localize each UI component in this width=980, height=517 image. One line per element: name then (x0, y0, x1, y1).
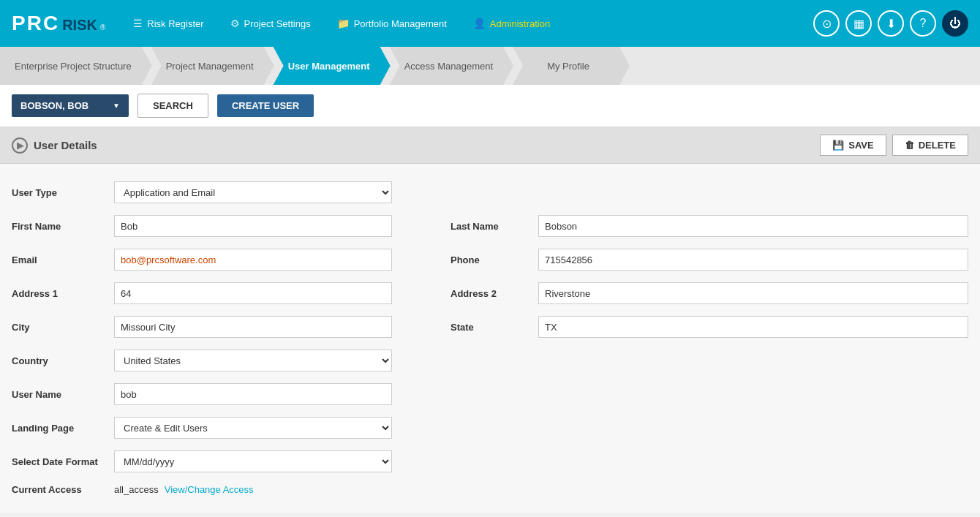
landing-page-label: Landing Page (12, 423, 114, 434)
last-name-field (538, 215, 968, 237)
breadcrumb-enterprise[interactable]: Enterprise Project Structure (0, 47, 152, 85)
first-name-label: First Name (12, 221, 114, 232)
country-field: United States Canada United Kingdom Aust… (114, 350, 392, 371)
risk-register-icon: ☰ (133, 18, 143, 29)
user-details-panel: ▶ User Details 💾 SAVE 🗑 DELETE User Type… (0, 127, 980, 513)
search-button[interactable]: SEARCH (137, 94, 208, 118)
address2-label: Address 2 (451, 288, 538, 299)
username-label: User Name (12, 389, 114, 400)
state-field (538, 316, 968, 338)
nav-portfolio-label: Portfolio Management (354, 18, 447, 29)
phone-input[interactable] (538, 249, 968, 271)
address1-label: Address 1 (12, 288, 114, 299)
delete-button[interactable]: 🗑 DELETE (892, 135, 968, 156)
breadcrumb-access-mgmt[interactable]: Access Management (390, 47, 513, 85)
date-format-label: Select Date Format (12, 456, 114, 467)
name-row: First Name Last Name (12, 209, 968, 243)
dropdown-arrow-icon: ▼ (113, 102, 120, 110)
email-row: Email Phone (12, 243, 968, 276)
phone-label: Phone (451, 254, 538, 265)
last-name-label: Last Name (451, 221, 538, 232)
landing-page-field: Create & Edit Users Dashboard Risk Regis… (114, 417, 392, 439)
breadcrumb-user-mgmt[interactable]: User Management (274, 47, 391, 85)
current-access-label: Current Access (12, 484, 114, 495)
email-label: Email (12, 254, 114, 265)
action-bar: BOBSON, BOB ▼ SEARCH CREATE USER (0, 85, 980, 127)
country-select[interactable]: United States Canada United Kingdom Aust… (114, 350, 392, 371)
username-field (114, 383, 392, 405)
top-navigation: PRC RISK ® ☰ Risk Register ⚙ Project Set… (0, 0, 980, 47)
first-name-field (114, 215, 392, 237)
nav-actions: ⊙ ▦ ⬇ ? ⏻ (813, 10, 968, 37)
calendar-button[interactable]: ▦ (845, 10, 872, 37)
country-label: Country (12, 355, 114, 366)
breadcrumb-my-profile[interactable]: My Profile (513, 47, 630, 85)
country-row: Country United States Canada United King… (12, 344, 968, 377)
current-access-row: Current Access all_access View/Change Ac… (12, 478, 968, 501)
panel-actions: 💾 SAVE 🗑 DELETE (820, 135, 968, 156)
user-type-row: User Type Application and Email Email On… (12, 176, 968, 209)
breadcrumb-bar: Enterprise Project Structure Project Man… (0, 47, 980, 85)
date-format-row: Select Date Format MM/dd/yyyy dd/MM/yyyy… (12, 445, 968, 478)
email-field (114, 249, 392, 271)
breadcrumb-project-mgmt[interactable]: Project Management (151, 47, 274, 85)
user-dropdown[interactable]: BOBSON, BOB ▼ (12, 94, 129, 117)
portfolio-icon: 📁 (337, 18, 350, 29)
view-change-access-link[interactable]: View/Change Access (165, 484, 254, 495)
nav-portfolio-management[interactable]: 📁 Portfolio Management (333, 15, 451, 32)
address2-input[interactable] (538, 282, 968, 304)
landing-page-select[interactable]: Create & Edit Users Dashboard Risk Regis… (114, 417, 392, 439)
city-label: City (12, 322, 114, 333)
user-dropdown-label: BOBSON, BOB (20, 100, 88, 111)
logo-risk: RISK (62, 17, 97, 34)
email-input[interactable] (114, 249, 392, 271)
download-button[interactable]: ⬇ (878, 10, 904, 37)
power-button[interactable]: ⏻ (942, 10, 968, 37)
nav-risk-register[interactable]: ☰ Risk Register (129, 15, 208, 32)
logo-prc: PRC (12, 12, 59, 35)
nav-project-settings[interactable]: ⚙ Project Settings (226, 15, 315, 32)
user-type-select[interactable]: Application and Email Email Only Applica… (114, 181, 392, 203)
city-row: City State (12, 310, 968, 344)
address1-field (114, 282, 392, 304)
last-name-input[interactable] (538, 215, 968, 237)
nav-project-settings-label: Project Settings (244, 18, 311, 29)
date-format-field: MM/dd/yyyy dd/MM/yyyy yyyy-MM-dd (114, 450, 392, 472)
state-label: State (451, 322, 538, 333)
save-icon: 💾 (832, 140, 844, 151)
logo-reg: ® (100, 23, 105, 31)
panel-title: ▶ User Details (12, 137, 97, 154)
panel-header: ▶ User Details 💾 SAVE 🗑 DELETE (0, 127, 980, 164)
save-label: SAVE (848, 140, 873, 151)
create-user-button[interactable]: CREATE USER (217, 94, 314, 117)
current-access-text: all_access (114, 484, 159, 495)
landing-page-row: Landing Page Create & Edit Users Dashboa… (12, 411, 968, 445)
help-button[interactable]: ? (910, 10, 936, 37)
address1-input[interactable] (114, 282, 392, 304)
username-row: User Name (12, 377, 968, 411)
nav-administration-label: Administration (490, 18, 550, 29)
toggle-button[interactable]: ⊙ (813, 10, 840, 37)
city-input[interactable] (114, 316, 392, 338)
delete-label: DELETE (919, 140, 956, 151)
project-settings-icon: ⚙ (230, 18, 240, 29)
first-name-input[interactable] (114, 215, 392, 237)
save-button[interactable]: 💾 SAVE (820, 135, 886, 156)
address-row: Address 1 Address 2 (12, 276, 968, 310)
nav-risk-register-label: Risk Register (147, 18, 203, 29)
phone-field (538, 249, 968, 271)
panel-expand-icon[interactable]: ▶ (12, 137, 28, 154)
form-body: User Type Application and Email Email On… (0, 164, 980, 513)
current-access-value: all_access View/Change Access (114, 484, 254, 495)
state-input[interactable] (538, 316, 968, 338)
city-field (114, 316, 392, 338)
delete-icon: 🗑 (905, 140, 914, 151)
username-input[interactable] (114, 383, 392, 405)
address2-field (538, 282, 968, 304)
nav-administration[interactable]: 👤 Administration (469, 15, 554, 32)
date-format-select[interactable]: MM/dd/yyyy dd/MM/yyyy yyyy-MM-dd (114, 450, 392, 472)
nav-items: ☰ Risk Register ⚙ Project Settings 📁 Por… (129, 15, 813, 32)
panel-title-text: User Details (34, 139, 97, 151)
admin-icon: 👤 (473, 18, 486, 29)
user-type-label: User Type (12, 187, 114, 198)
